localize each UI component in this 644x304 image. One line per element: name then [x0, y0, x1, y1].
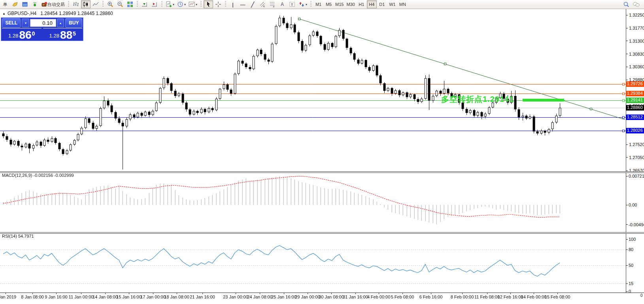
zoom-in-button[interactable] [106, 0, 115, 8]
timeframe-button-m1[interactable]: M1 [314, 0, 323, 8]
price-axis-tickmark [626, 144, 628, 145]
time-axis-label: 15 Jan 16:00 [116, 295, 142, 299]
chevron-down-icon: ▾ [196, 3, 197, 6]
fibonacci-button[interactable]: F [268, 0, 277, 8]
timeframes-toolbar: M1M5M15M30H1H4D1W1MN [314, 0, 408, 8]
macd-values: -0.002156 -0.002999 [33, 173, 74, 178]
pane-separator-macd[interactable] [0, 171, 644, 173]
text-label-button[interactable]: T [287, 0, 297, 8]
new-order-button[interactable]: 单 [0, 0, 10, 8]
chat-icon [633, 1, 640, 8]
buy-price-big: 88 [60, 30, 72, 40]
time-axis-label: 6 Feb 16:00 [419, 295, 443, 299]
price-axis-tickmark [626, 28, 628, 28]
volume-decrease-button[interactable]: ▼ [22, 19, 29, 27]
sell-price[interactable]: 1.28 86 0 [2, 28, 42, 41]
rsi-axis-label: 50 [629, 263, 633, 268]
autotrading-button[interactable]: 自动交易 [40, 0, 66, 8]
macd-axis-tickmark [626, 224, 628, 225]
buy-price[interactable]: 1.28 88 5 [43, 28, 83, 41]
time-axis-label: 7 Jan 2019 [0, 295, 16, 299]
chat-button[interactable] [631, 0, 641, 8]
rsi-axis-tickmark [626, 250, 628, 250]
rsi-axis-tickmark [626, 239, 628, 240]
auto-scroll-button[interactable] [140, 0, 149, 8]
svg-text:T: T [291, 3, 293, 7]
time-axis-label: 9 Jan 16:00 [45, 295, 68, 299]
price-axis-tickmark [626, 157, 628, 158]
chart-shift-button[interactable] [150, 0, 159, 8]
text-button[interactable]: A [278, 0, 287, 8]
timeframe-button-h1[interactable]: H1 [357, 0, 366, 8]
collapse-arrow-icon[interactable]: ▲ [2, 12, 6, 15]
line-chart-button[interactable] [91, 0, 100, 8]
chevron-down-icon: ▾ [173, 3, 174, 6]
price-axis-tickmark [626, 171, 628, 171]
price-axis-tick-label: 1.27520 [629, 142, 644, 147]
signals-button[interactable] [30, 0, 40, 8]
zoom-in-icon [107, 1, 113, 8]
toolbar-grip [161, 1, 162, 8]
toolbar-grip [310, 1, 312, 8]
time-axis-label: 25 Jan 16:00 [271, 295, 297, 299]
text-label-icon: T [289, 1, 295, 8]
arrows-icon [298, 1, 305, 8]
rsi-value: 54.7971 [18, 234, 34, 238]
sell-price-prefix: 1.28 [8, 32, 18, 40]
time-axis-label: 8 Feb 00:00 [451, 295, 474, 299]
indicators-button[interactable]: ▾ [164, 0, 176, 8]
price-axis-tick-label: 1.30830 [629, 52, 644, 56]
profile-icon [12, 1, 18, 8]
timeframe-button-m5[interactable]: M5 [324, 0, 334, 8]
rsi-axis-label: 15 [629, 281, 633, 286]
pane-separator-rsi[interactable] [0, 232, 644, 234]
bar-chart-button[interactable] [71, 0, 81, 8]
search-button[interactable] [621, 0, 631, 8]
price-axis-tick-label: 1.30360 [629, 64, 644, 69]
time-axis-label: 8 Jan 08:00 [21, 295, 44, 299]
buy-button[interactable]: BUY [65, 18, 82, 28]
candlestick-chart-button[interactable] [81, 0, 91, 8]
toolbar-grip [225, 1, 226, 8]
crosshair-icon [215, 1, 221, 8]
timeframe-button-m15[interactable]: M15 [334, 0, 345, 8]
horizontal-line-button[interactable]: — [238, 0, 247, 8]
time-axis-label: 12 Feb 16:00 [498, 295, 523, 299]
arrows-button[interactable]: ▾ [297, 0, 308, 8]
vertical-line-button[interactable]: | [228, 0, 238, 8]
chart-annotation-text[interactable]: 多空转折点1.29141 [441, 94, 514, 105]
market-watch-button[interactable] [20, 0, 30, 8]
timeframe-button-w1[interactable]: W1 [387, 0, 397, 8]
templates-button[interactable]: ▾ [187, 0, 198, 8]
price-axis-tickmark [626, 54, 628, 54]
svg-text:F: F [273, 6, 275, 8]
window-icon [22, 1, 28, 8]
chart-profile-button[interactable] [10, 0, 20, 8]
timeframe-button-mn[interactable]: MN [398, 0, 408, 8]
zoom-out-button[interactable] [115, 0, 125, 8]
price-level-label: 1.29726 [626, 81, 644, 87]
volume-input[interactable]: 0.10 [30, 19, 56, 27]
timeframe-button-d1[interactable]: D1 [377, 0, 387, 8]
tile-windows-button[interactable] [125, 0, 135, 8]
toolbar-grip [200, 1, 202, 8]
sell-button[interactable]: SELL [2, 18, 21, 28]
rsi-axis-tickmark [626, 265, 628, 266]
price-axis-tickmark [626, 41, 628, 41]
time-axis-label: 11 Jan 00:00 [69, 295, 94, 299]
price-level-label: 1.28512 [626, 114, 644, 120]
timeframe-button-m30[interactable]: M30 [345, 0, 356, 8]
periods-button[interactable]: ▾ [176, 0, 187, 8]
timeframe-button-h4[interactable]: H4 [367, 0, 377, 8]
cursor-button[interactable] [204, 0, 213, 8]
volume-increase-button[interactable]: ▲ [57, 19, 64, 27]
crosshair-button[interactable] [213, 0, 223, 8]
time-axis-label: 15 Feb 08:00 [545, 295, 570, 299]
price-chart-canvas[interactable] [0, 9, 626, 304]
time-axis-label: 5 Feb 08:00 [391, 295, 414, 299]
new-order-label: 单 [3, 2, 8, 8]
rsi-axis-label: 100 [629, 237, 636, 242]
trendline-button[interactable]: ╱ [248, 0, 257, 8]
equidistant-channel-button[interactable]: E [258, 0, 267, 8]
bar-chart-icon [73, 1, 79, 8]
